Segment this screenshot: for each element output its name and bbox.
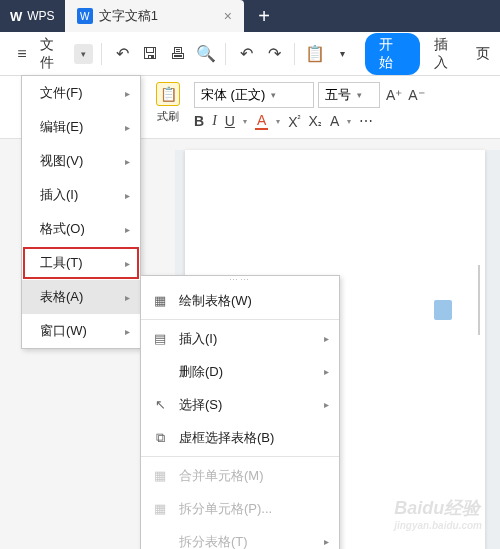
- chevron-right-icon: ▸: [125, 122, 130, 133]
- chevron-right-icon: ▸: [125, 88, 130, 99]
- text-style-button[interactable]: A: [330, 113, 339, 129]
- file-menu[interactable]: 文件: [40, 36, 68, 72]
- separator: [141, 456, 339, 457]
- chevron-right-icon: ▸: [324, 399, 329, 410]
- submenu-insert[interactable]: ▤插入(I)▸: [141, 322, 339, 355]
- font-block: 宋体 (正文) ▾ 五号 ▾ A⁺ A⁻ B I U ▾ A ▾ X X A ▾…: [194, 82, 490, 130]
- app-name: WPS: [27, 9, 54, 23]
- chevron-right-icon: ▸: [324, 366, 329, 377]
- bold-button[interactable]: B: [194, 113, 204, 129]
- redo-icon[interactable]: ↷: [262, 42, 286, 66]
- ruler-mark: [478, 265, 480, 335]
- submenu-select[interactable]: ↖选择(S)▸: [141, 388, 339, 421]
- select-icon: ↖: [151, 396, 169, 414]
- menu-item-edit[interactable]: 编辑(E)▸: [22, 110, 140, 144]
- document-tab[interactable]: W 文字文稿1 ×: [65, 0, 244, 32]
- menu-item-view[interactable]: 视图(V)▸: [22, 144, 140, 178]
- chevron-right-icon: ▸: [125, 224, 130, 235]
- menu-item-format[interactable]: 格式(O)▸: [22, 212, 140, 246]
- new-tab-button[interactable]: +: [244, 0, 284, 32]
- submenu-draw-table[interactable]: ▦绘制表格(W): [141, 284, 339, 317]
- print-icon[interactable]: 🖶: [166, 42, 190, 66]
- hamburger-icon[interactable]: ≡: [10, 42, 34, 66]
- format-painter[interactable]: 📋 式刷: [156, 82, 188, 124]
- italic-button[interactable]: I: [212, 113, 217, 129]
- dotted-select-icon: ⧉: [151, 429, 169, 447]
- file-dropdown-button[interactable]: ▾: [74, 44, 94, 64]
- chevron-right-icon: ▸: [125, 292, 130, 303]
- wps-logo-icon: W: [10, 9, 22, 24]
- chevron-right-icon: ▸: [324, 536, 329, 547]
- menu-label: 合并单元格(M): [179, 467, 329, 485]
- menu-item-label: 工具(T): [40, 254, 83, 272]
- chevron-down-icon[interactable]: ▾: [347, 117, 351, 126]
- back-icon[interactable]: ↶: [110, 42, 134, 66]
- font-size-select[interactable]: 五号 ▾: [318, 82, 380, 108]
- page-icon: [434, 300, 452, 320]
- separator: [225, 43, 226, 65]
- dropdown-caret-icon[interactable]: ▾: [331, 42, 355, 66]
- split-table-icon: [151, 533, 169, 550]
- chevron-down-icon: ▾: [357, 90, 362, 100]
- chevron-down-icon: ▾: [271, 90, 276, 100]
- draw-table-icon: ▦: [151, 292, 169, 310]
- menu-grip: ⋯⋯: [141, 276, 339, 284]
- clipboard-icon[interactable]: 📋: [303, 42, 327, 66]
- tab-start[interactable]: 开始: [365, 33, 421, 75]
- format-painter-label: 式刷: [157, 109, 179, 124]
- menu-item-window[interactable]: 窗口(W)▸: [22, 314, 140, 348]
- table-submenu: ⋯⋯ ▦绘制表格(W) ▤插入(I)▸ 删除(D)▸ ↖选择(S)▸ ⧉虚框选择…: [140, 275, 340, 549]
- titlebar: W WPS W 文字文稿1 × +: [0, 0, 500, 32]
- watermark: Baidu经验 jingyan.baidu.com: [394, 496, 482, 531]
- submenu-dotted-select[interactable]: ⧉虚框选择表格(B): [141, 421, 339, 454]
- chevron-right-icon: ▸: [125, 326, 130, 337]
- increase-font-button[interactable]: A⁺: [384, 87, 404, 103]
- tab-insert[interactable]: 插入: [434, 36, 462, 72]
- underline-button[interactable]: U: [225, 113, 235, 129]
- menu-label: 插入(I): [179, 330, 314, 348]
- font-color-button[interactable]: A: [255, 112, 268, 130]
- menu-item-file[interactable]: 文件(F)▸: [22, 76, 140, 110]
- font-name-select[interactable]: 宋体 (正文) ▾: [194, 82, 314, 108]
- submenu-delete[interactable]: 删除(D)▸: [141, 355, 339, 388]
- menu-item-insert[interactable]: 插入(I)▸: [22, 178, 140, 212]
- menu-label: 拆分单元格(P)...: [179, 500, 329, 518]
- tab-close-button[interactable]: ×: [164, 8, 232, 24]
- font-size-value: 五号: [325, 86, 351, 104]
- menu-label: 虚框选择表格(B): [179, 429, 329, 447]
- subscript-button[interactable]: X: [309, 113, 322, 129]
- delete-icon: [151, 363, 169, 381]
- decrease-font-button[interactable]: A⁻: [406, 87, 426, 103]
- insert-icon: ▤: [151, 330, 169, 348]
- app-logo: W WPS: [0, 0, 65, 32]
- chevron-down-icon[interactable]: ▾: [243, 117, 247, 126]
- menu-item-table[interactable]: 表格(A)▸: [22, 280, 140, 314]
- chevron-down-icon[interactable]: ▾: [276, 117, 280, 126]
- chevron-right-icon: ▸: [125, 190, 130, 201]
- font-name-value: 宋体 (正文): [201, 86, 265, 104]
- menu-label: 拆分表格(T): [179, 533, 314, 550]
- menu-item-label: 表格(A): [40, 288, 83, 306]
- document-tab-label: 文字文稿1: [99, 7, 158, 25]
- merge-cells-icon: ▦: [151, 467, 169, 485]
- menubar: ≡ 文件 ▾ ↶ 🖫 🖶 🔍 ↶ ↷ 📋 ▾ 开始 插入 页: [0, 32, 500, 76]
- superscript-button[interactable]: X: [288, 113, 300, 130]
- format-painter-icon: 📋: [156, 82, 180, 106]
- menu-item-label: 窗口(W): [40, 322, 87, 340]
- menu-item-label: 插入(I): [40, 186, 78, 204]
- separator: [141, 319, 339, 320]
- menu-label: 删除(D): [179, 363, 314, 381]
- submenu-merge-cells: ▦合并单元格(M): [141, 459, 339, 492]
- menu-label: 选择(S): [179, 396, 314, 414]
- menu-item-label: 文件(F): [40, 84, 83, 102]
- undo-icon[interactable]: ↶: [234, 42, 258, 66]
- save-icon[interactable]: 🖫: [138, 42, 162, 66]
- menu-item-tools[interactable]: 工具(T)▸: [22, 246, 140, 280]
- menu-item-label: 编辑(E): [40, 118, 83, 136]
- more-button[interactable]: ⋯: [359, 113, 373, 129]
- main-menu-dropdown: 文件(F)▸ 编辑(E)▸ 视图(V)▸ 插入(I)▸ 格式(O)▸ 工具(T)…: [21, 75, 141, 349]
- submenu-split-table: 拆分表格(T)▸: [141, 525, 339, 549]
- watermark-sub: jingyan.baidu.com: [394, 520, 482, 531]
- preview-icon[interactable]: 🔍: [194, 42, 218, 66]
- tab-page[interactable]: 页: [476, 45, 490, 63]
